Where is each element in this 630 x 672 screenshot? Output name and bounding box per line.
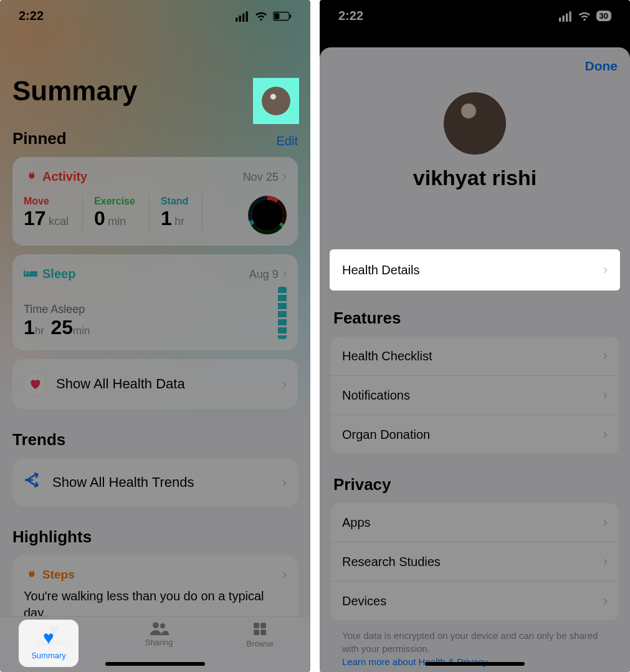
profile-sheet: Done vikhyat rishi Medical ID › Features… bbox=[320, 47, 630, 672]
wifi-icon bbox=[254, 9, 268, 23]
sleep-label-text: Sleep bbox=[42, 267, 75, 281]
tab-summary-label: Summary bbox=[31, 651, 66, 660]
health-details-row[interactable]: Health Details › bbox=[331, 251, 619, 289]
status-time: 2:22 bbox=[19, 9, 44, 23]
show-all-data-label: Show All Health Data bbox=[56, 376, 269, 392]
svg-point-9 bbox=[26, 271, 29, 274]
edit-button[interactable]: Edit bbox=[277, 134, 298, 148]
tab-sharing-label: Sharing bbox=[145, 638, 173, 647]
features-group: Health Checklist› Notifications› Organ D… bbox=[331, 337, 619, 454]
tab-browse-label: Browse bbox=[247, 639, 274, 648]
organ-donation-label: Organ Donation bbox=[342, 428, 430, 442]
status-time: 2:22 bbox=[338, 9, 363, 23]
devices-label: Devices bbox=[342, 594, 386, 608]
chevron-right-icon: › bbox=[282, 567, 287, 583]
battery-icon: 30 bbox=[596, 11, 611, 21]
bed-icon bbox=[24, 267, 37, 281]
svg-rect-10 bbox=[29, 271, 37, 274]
status-bar: 2:22 bbox=[0, 0, 310, 32]
privacy-header: Privacy bbox=[331, 475, 619, 494]
cellular-icon bbox=[559, 9, 573, 23]
tab-sharing[interactable]: Sharing bbox=[145, 622, 173, 647]
done-button[interactable]: Done bbox=[585, 59, 618, 74]
highlights-header: Highlights bbox=[12, 527, 298, 547]
move-metric: Move 17 kcal bbox=[24, 196, 83, 230]
chevron-right-icon: › bbox=[603, 593, 608, 609]
show-all-trends-label: Show All Health Trends bbox=[52, 474, 269, 491]
chevron-right-icon: › bbox=[282, 168, 287, 184]
time-asleep-metric: Time Asleep 1hr 25min bbox=[24, 303, 90, 339]
health-details-label: Health Details bbox=[342, 263, 420, 277]
sleep-label: Sleep bbox=[24, 267, 75, 281]
cellular-icon bbox=[236, 9, 249, 23]
apps-row[interactable]: Apps› bbox=[331, 503, 619, 542]
svg-rect-20 bbox=[569, 11, 571, 22]
people-icon bbox=[145, 622, 173, 638]
chevron-right-icon: › bbox=[603, 514, 608, 530]
steps-label-text: Steps bbox=[42, 568, 75, 582]
svg-rect-7 bbox=[24, 274, 37, 277]
exercise-metric: Exercise 0 min bbox=[94, 196, 150, 230]
home-indicator[interactable] bbox=[105, 662, 205, 666]
tab-browse[interactable]: Browse bbox=[247, 622, 274, 648]
svg-rect-14 bbox=[260, 623, 266, 628]
flame-icon bbox=[24, 170, 37, 183]
sleep-date: Aug 9› bbox=[249, 266, 287, 282]
svg-rect-6 bbox=[290, 14, 291, 18]
svg-rect-2 bbox=[242, 13, 244, 21]
activity-card[interactable]: Activity Nov 25› Move 17 kcal Exercise 0… bbox=[12, 157, 298, 246]
chevron-right-icon: › bbox=[282, 266, 287, 281]
profile-avatar[interactable] bbox=[444, 92, 506, 155]
privacy-group: Apps› Research Studies› Devices› bbox=[331, 503, 619, 620]
activity-label: Activity bbox=[24, 170, 87, 184]
notifications-row[interactable]: Notifications› bbox=[331, 376, 619, 415]
devices-row[interactable]: Devices› bbox=[331, 582, 619, 620]
status-icons: 30 bbox=[559, 9, 611, 23]
privacy-footer-text: Your data is encrypted on your device an… bbox=[331, 620, 619, 656]
trends-header: Trends bbox=[12, 430, 298, 449]
show-all-health-data-row[interactable]: Show All Health Data › bbox=[12, 359, 298, 409]
activity-date: Nov 25› bbox=[243, 168, 287, 185]
svg-rect-0 bbox=[236, 17, 237, 22]
flame-icon bbox=[24, 568, 37, 582]
svg-rect-19 bbox=[566, 13, 568, 21]
svg-rect-1 bbox=[239, 15, 241, 21]
chevron-right-icon: › bbox=[603, 554, 608, 570]
status-bar: 2:22 30 bbox=[320, 0, 630, 32]
health-checklist-row[interactable]: Health Checklist› bbox=[331, 337, 619, 376]
chevron-right-icon: › bbox=[603, 262, 608, 278]
heart-fill-icon: ♥ bbox=[43, 627, 54, 648]
profile-name: vikhyat rishi bbox=[331, 166, 619, 190]
summary-screen: 2:22 Summary Pinned Edit Activity Nov 25… bbox=[0, 0, 310, 672]
svg-rect-17 bbox=[559, 17, 561, 22]
avatar-image bbox=[262, 87, 290, 115]
trends-icon bbox=[24, 472, 42, 492]
notifications-label: Notifications bbox=[342, 388, 410, 403]
profile-avatar-button[interactable] bbox=[253, 78, 299, 124]
svg-rect-15 bbox=[254, 630, 259, 635]
tab-summary-highlighted[interactable]: ♥ Summary bbox=[19, 620, 79, 667]
wifi-icon bbox=[578, 9, 591, 23]
battery-icon bbox=[273, 9, 292, 23]
chevron-right-icon: › bbox=[282, 376, 287, 392]
steps-label: Steps bbox=[24, 568, 75, 582]
stand-metric: Stand 1 hr bbox=[161, 196, 203, 230]
chevron-right-icon: › bbox=[603, 426, 608, 443]
svg-rect-5 bbox=[274, 13, 279, 19]
organ-donation-row[interactable]: Organ Donation› bbox=[331, 415, 619, 454]
svg-point-12 bbox=[160, 623, 165, 628]
research-studies-row[interactable]: Research Studies› bbox=[331, 542, 619, 582]
svg-rect-18 bbox=[562, 15, 564, 21]
grid-icon bbox=[247, 622, 274, 639]
chevron-right-icon: › bbox=[282, 474, 287, 491]
svg-rect-16 bbox=[260, 630, 266, 635]
svg-rect-8 bbox=[24, 271, 25, 276]
svg-rect-3 bbox=[246, 11, 248, 22]
health-checklist-label: Health Checklist bbox=[342, 349, 432, 363]
sleep-card[interactable]: Sleep Aug 9› Time Asleep 1hr 25min bbox=[12, 254, 298, 350]
activity-label-text: Activity bbox=[42, 170, 87, 184]
show-all-trends-row[interactable]: Show All Health Trends › bbox=[12, 458, 298, 506]
home-indicator[interactable] bbox=[425, 662, 525, 666]
research-studies-label: Research Studies bbox=[342, 555, 441, 569]
profile-screen: 2:22 30 Done vikhyat rishi Medical ID › … bbox=[320, 0, 630, 672]
